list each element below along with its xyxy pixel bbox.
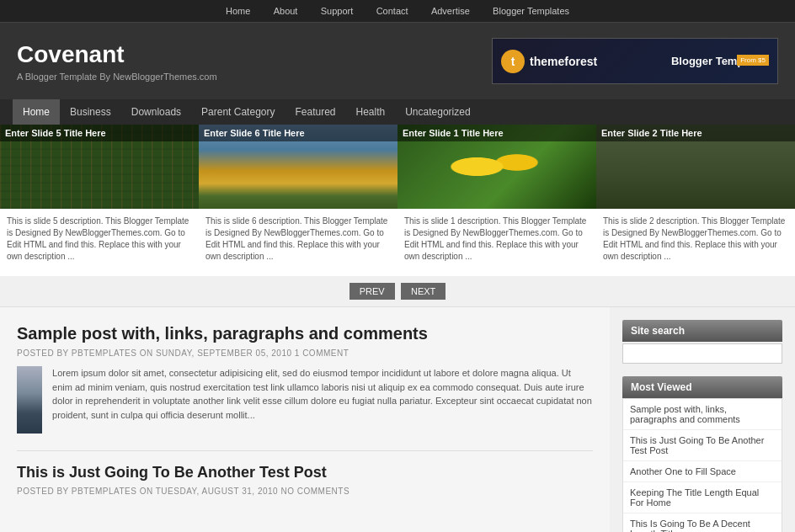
slide-1-title: Enter Slide 5 Title Here	[0, 125, 199, 141]
site-header: Covenant A Blogger Template By NewBlogge…	[0, 23, 795, 99]
topnav-blogger-templates[interactable]: Blogger Templates	[493, 6, 569, 16]
banner-ad[interactable]: t themeforest Blogger Templates From $5	[492, 38, 778, 84]
post-divider	[17, 450, 593, 451]
nav-business[interactable]: Business	[60, 99, 121, 125]
content-wrapper: Sample post with, links, paragraphs and …	[0, 307, 795, 532]
most-viewed-header: Most Viewed	[622, 376, 782, 398]
search-input[interactable]	[622, 343, 782, 364]
banner-left: t themeforest	[501, 50, 597, 73]
most-viewed-item-4[interactable]: Keeping The Title Length Equal For Home	[623, 482, 782, 513]
most-viewed-box: Most Viewed Sample post with, links, par…	[622, 376, 782, 532]
slide-2: Enter Slide 6 Title Here This is slide 6…	[199, 125, 398, 276]
post-1-body: Lorem ipsum dolor sit amet, consectetur …	[17, 366, 593, 434]
slide-1: Enter Slide 5 Title Here This is slide 5…	[0, 125, 199, 276]
banner-logo: t	[501, 50, 525, 73]
slide-3: Enter Slide 1 Title Here This is slide 1…	[398, 125, 596, 276]
slide-4: Enter Slide 2 Title Here This is slide 2…	[596, 125, 795, 276]
nav-featured[interactable]: Featured	[285, 99, 345, 125]
nav-parent-category[interactable]: Parent Category	[191, 99, 285, 125]
search-header: Site search	[622, 320, 782, 342]
topnav-support[interactable]: Support	[321, 6, 354, 16]
slide-2-title: Enter Slide 6 Title Here	[199, 125, 398, 141]
slide-1-desc: This is slide 5 description. This Blogge…	[0, 209, 199, 276]
slide-2-desc: This is slide 6 description. This Blogge…	[199, 209, 398, 276]
post-1: Sample post with, links, paragraphs and …	[17, 324, 593, 434]
main-navigation: Home Business Downloads Parent Category …	[0, 99, 795, 125]
topnav-home[interactable]: Home	[226, 6, 250, 16]
nav-downloads[interactable]: Downloads	[121, 99, 191, 125]
post-1-meta: POSTED BY PBTEMPLATES ON SUNDAY, SEPTEMB…	[17, 348, 593, 358]
top-navigation: Home About Support Contact Advertise Blo…	[0, 0, 795, 23]
post-1-title: Sample post with, links, paragraphs and …	[17, 324, 593, 343]
nav-uncategorized[interactable]: Uncategorized	[395, 99, 480, 125]
slider-controls: PREV NEXT	[0, 276, 795, 307]
post-2-meta: POSTED BY PBTEMPLATES ON TUESDAY, AUGUST…	[17, 487, 593, 496]
most-viewed-item-2[interactable]: This is Just Going To Be Another Test Po…	[623, 430, 782, 461]
next-button[interactable]: NEXT	[401, 283, 446, 300]
post-1-text: Lorem ipsum dolor sit amet, consectetur …	[52, 366, 593, 434]
banner-text-main: themeforest	[530, 55, 597, 68]
topnav-advertise[interactable]: Advertise	[431, 6, 470, 16]
slide-3-desc: This is slide 1 description. This Blogge…	[398, 209, 596, 276]
most-viewed-item-5[interactable]: This Is Going To Be A Decent Length Titl…	[623, 513, 782, 532]
slide-4-desc: This is slide 2 description. This Blogge…	[596, 209, 795, 276]
site-title: Covenant	[17, 41, 217, 68]
main-content: Sample post with, links, paragraphs and …	[0, 307, 610, 532]
slides-container: Enter Slide 5 Title Here This is slide 5…	[0, 125, 795, 276]
most-viewed-list: Sample post with, links, paragraphs and …	[622, 398, 782, 532]
slider-section: Enter Slide 5 Title Here This is slide 5…	[0, 125, 795, 307]
post-1-image	[17, 366, 42, 434]
search-box: Site search	[622, 320, 782, 364]
slide-4-title: Enter Slide 2 Title Here	[596, 125, 795, 141]
banner-corner: From $5	[737, 55, 769, 66]
post-2: This is Just Going To Be Another Test Po…	[17, 464, 593, 496]
slide-3-title: Enter Slide 1 Title Here	[398, 125, 596, 141]
banner-text-wrap: themeforest	[530, 55, 597, 68]
site-subtitle: A Blogger Template By NewBloggerThemes.c…	[17, 72, 217, 82]
topnav-contact[interactable]: Contact	[376, 6, 408, 16]
most-viewed-item-1[interactable]: Sample post with, links, paragraphs and …	[623, 399, 782, 430]
prev-button[interactable]: PREV	[349, 283, 395, 300]
topnav-about[interactable]: About	[274, 6, 298, 16]
sidebar: Site search Most Viewed Sample post with…	[610, 307, 795, 532]
post-2-title: This is Just Going To Be Another Test Po…	[17, 464, 593, 481]
nav-health[interactable]: Health	[346, 99, 396, 125]
site-branding: Covenant A Blogger Template By NewBlogge…	[17, 41, 217, 82]
nav-home[interactable]: Home	[13, 99, 60, 125]
banner-right-wrap: Blogger Templates From $5	[671, 55, 769, 67]
most-viewed-item-3[interactable]: Another One to Fill Space	[623, 461, 782, 482]
